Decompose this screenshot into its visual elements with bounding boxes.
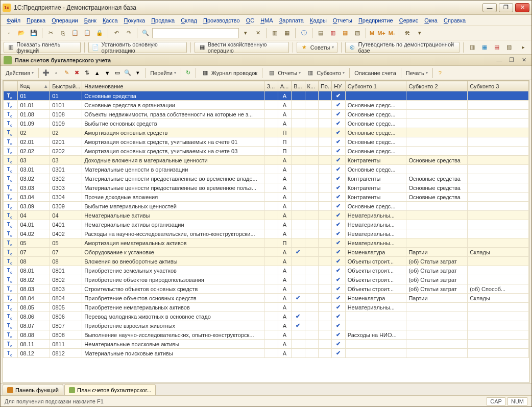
actions-menu[interactable]: Действия▾ <box>4 67 36 79</box>
menu-9[interactable]: ОС <box>244 16 257 25</box>
icon-d[interactable]: ▧ <box>352 28 363 39</box>
demo-guide-button[interactable]: ◎Путеводитель по демонстрационной базе <box>345 42 460 53</box>
sub-restore-button[interactable]: ❐ <box>507 56 516 64</box>
find-icon[interactable]: 🔍 <box>123 68 132 78</box>
menu-16[interactable]: Окна <box>422 16 440 25</box>
col-header-2[interactable]: Быстрый... <box>50 81 82 91</box>
tools-drop-icon[interactable]: ▾ <box>414 28 425 39</box>
set-main-org-button[interactable]: 📄Установить основную организацию <box>88 42 187 53</box>
refresh-icon[interactable]: ↻ <box>184 68 193 78</box>
tools-icon[interactable]: 🛠 <box>402 28 413 39</box>
table-row[interactable]: To0404Нематериальные активыА✔Нематериаль… <box>4 211 529 220</box>
table-row[interactable]: To04.020402Расходы на научно-исследовате… <box>4 229 529 238</box>
maximize-button[interactable]: ❐ <box>499 3 513 12</box>
m-plus-label[interactable]: M+ <box>376 30 386 36</box>
col-header-1[interactable]: Код ▴ <box>18 81 50 91</box>
menu-15[interactable]: Сервис <box>397 16 421 25</box>
menu-8[interactable]: Производство <box>201 16 242 25</box>
edit-icon[interactable]: ✎ <box>62 68 71 78</box>
enter-operation-button[interactable]: ▦Ввести хозяйственную операцию <box>195 42 289 53</box>
help-icon[interactable]: ? <box>436 68 445 78</box>
info-icon[interactable]: ⓘ <box>298 28 309 39</box>
col-header-3[interactable]: Наименование <box>82 81 264 91</box>
show-func-panel-button[interactable]: ▥Показать панель функций <box>4 42 81 53</box>
cut-icon[interactable]: ✂ <box>45 28 56 39</box>
menu-17[interactable]: Справка <box>442 16 468 25</box>
table-row[interactable]: To01.010101Основные средства в организац… <box>4 101 529 110</box>
col-header-9[interactable]: НУ <box>332 81 345 91</box>
table-row[interactable]: To0505Амортизация нематериальных активов… <box>4 238 529 248</box>
col-header-11[interactable]: Субконто 2 <box>406 81 468 91</box>
print-menu[interactable]: Печать▾ <box>404 67 430 79</box>
search-clear-icon[interactable]: ✕ <box>252 28 263 39</box>
col-header-5[interactable]: А... <box>278 81 291 91</box>
table-row[interactable]: To08.120812Материальные поисковые активы… <box>4 349 529 358</box>
calc-icon[interactable]: ▥ <box>269 28 280 39</box>
table-row[interactable]: To08.110811Нематериальные поисковые акти… <box>4 340 529 349</box>
menu-3[interactable]: Банк <box>82 16 99 25</box>
table-row[interactable]: To03.010301Материальные ценности в орган… <box>4 165 529 174</box>
menu-2[interactable]: Операции <box>50 16 80 25</box>
table-row[interactable]: To02.010201Амортизация основных средств,… <box>4 137 529 147</box>
paste-icon[interactable]: 📋 <box>69 28 81 39</box>
folder-icon[interactable]: ▭ <box>113 68 122 78</box>
description-button[interactable]: Описание счета <box>352 67 398 79</box>
table-row[interactable]: To0202Амортизация основных средствП✔Осно… <box>4 128 529 137</box>
col-header-7[interactable]: К... <box>305 81 318 91</box>
menu-10[interactable]: НМА <box>258 16 275 25</box>
table-row[interactable]: To08.080808Выполнение научно-исследовате… <box>4 330 529 340</box>
extra-icon-2[interactable]: ▦ <box>479 42 490 53</box>
table-row[interactable]: To0303Доходные вложения в материальные ц… <box>4 156 529 165</box>
tab-chart-of-accounts[interactable]: План счетов бухгалтерског... <box>64 384 156 395</box>
up-icon[interactable]: ▲ <box>92 68 102 78</box>
save-icon[interactable]: 💾 <box>28 28 39 39</box>
table-row[interactable]: To0707Оборудование к установкеА✔✔Номенкл… <box>4 248 529 257</box>
col-header-10[interactable]: Субконто 1 <box>345 81 406 91</box>
tips-button[interactable]: ★Советы▾ <box>297 42 337 53</box>
table-row[interactable]: To01.080108Объекты недвижимости, права с… <box>4 110 529 119</box>
overflow-icon[interactable]: ▸ <box>518 42 528 53</box>
table-row[interactable]: To03.020302Материальные ценности предост… <box>4 174 529 183</box>
journal-button[interactable]: ▦Журнал проводок <box>199 67 259 79</box>
menu-5[interactable]: Покупка <box>122 16 148 25</box>
icon-b[interactable]: ▥ <box>327 28 338 39</box>
lock-icon[interactable]: 🔒 <box>94 28 105 39</box>
table-row[interactable]: To03.090309Выбытие материальных ценносте… <box>4 202 529 211</box>
icon-c[interactable]: ▦ <box>340 28 351 39</box>
menu-14[interactable]: Предприятие <box>356 16 395 25</box>
table-row[interactable]: To03.030303Материальные ценности предост… <box>4 183 529 193</box>
down-icon[interactable]: ▼ <box>103 68 112 78</box>
col-header-4[interactable]: З... <box>264 81 278 91</box>
m-minus-label[interactable]: M- <box>388 30 396 36</box>
add2-icon[interactable]: ▫ <box>52 68 61 78</box>
search-icon[interactable]: 🔍 <box>140 28 151 39</box>
sub-close-button[interactable]: ✕ <box>519 56 528 64</box>
col-header-12[interactable]: Субконто 3 <box>468 81 529 91</box>
tab-panel-functions[interactable]: Панель функций <box>3 384 63 395</box>
menu-1[interactable]: Правка <box>25 16 47 25</box>
undo-icon[interactable]: ↶ <box>111 28 122 39</box>
menu-0[interactable]: Файл <box>5 16 22 25</box>
copy-icon[interactable]: ⎘ <box>57 28 68 39</box>
table-row[interactable]: To08.060806Перевод молодняка животных в … <box>4 312 529 321</box>
menu-4[interactable]: Касса <box>101 16 120 25</box>
redo-icon[interactable]: ↷ <box>123 28 134 39</box>
calendar-icon[interactable]: ▦ <box>281 28 293 39</box>
table-row[interactable]: To08.020802Приобретение объектов природо… <box>4 275 529 284</box>
minimize-button[interactable]: — <box>482 3 497 12</box>
open-icon[interactable]: 📂 <box>16 28 27 39</box>
col-header-6[interactable]: В... <box>292 81 305 91</box>
menu-6[interactable]: Продажа <box>149 16 177 25</box>
table-row[interactable]: To0101Основные средстваА✔ <box>4 91 529 101</box>
sub-minimize-button[interactable]: — <box>495 56 504 64</box>
m-label[interactable]: M <box>369 30 375 36</box>
menu-13[interactable]: Отчеты <box>331 16 354 25</box>
filter-icon[interactable]: ▾ <box>133 68 142 78</box>
table-row[interactable]: To08.030803Строительство объектов основн… <box>4 284 529 294</box>
table-row[interactable]: To04.010401Нематериальные активы организ… <box>4 220 529 229</box>
extra-icon-3[interactable]: ▤ <box>492 42 502 53</box>
menu-12[interactable]: Кадры <box>308 16 329 25</box>
table-row[interactable]: To08.050805Приобретение нематериальных а… <box>4 303 529 312</box>
col-header-0[interactable] <box>4 81 18 91</box>
table-row[interactable]: To03.040304Прочие доходные вложенияА✔Кон… <box>4 193 529 202</box>
